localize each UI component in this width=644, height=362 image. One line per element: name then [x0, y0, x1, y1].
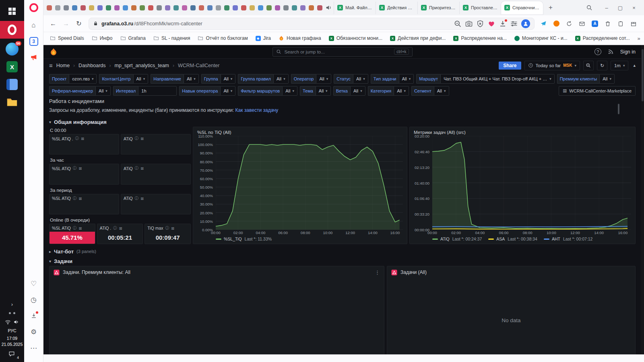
row-chatbot[interactable]: ▸ Чат-бот (3 panels) — [49, 247, 636, 256]
sidebar-home-button[interactable]: ⌂ — [27, 19, 40, 31]
variable-filter[interactable]: Проектozon.пвз▾ — [49, 74, 97, 84]
grafana-logo-icon[interactable] — [49, 47, 58, 56]
excel-taskbar-button[interactable]: X — [2, 59, 22, 75]
pinned-tab[interactable] — [239, 2, 248, 14]
stat-panel[interactable]: %SL ATiQ .ⓘ⊠ — [49, 134, 119, 154]
pinned-tab[interactable] — [172, 2, 180, 14]
stat-panel[interactable]: TiQ maxⓘ⊠00:09:47 — [144, 224, 191, 244]
sidebar-more-button[interactable]: ⋯ — [27, 342, 40, 354]
variable-value[interactable]: All▾ — [316, 86, 331, 96]
back-button[interactable]: ← — [47, 18, 59, 29]
bookmarks-overflow-button[interactable]: » — [638, 35, 640, 41]
variable-filter[interactable]: Тип задачиAll▾ — [371, 74, 414, 84]
address-bar[interactable]: grafana.o3.ru/d/l8FhcomMk/wcrm-callcente… — [89, 18, 535, 30]
chart-plot[interactable]: 00:0002:0004:0006:0008:0010:0012:0014:00… — [432, 136, 631, 230]
row-tasks[interactable]: ▾ Задачи — [49, 256, 636, 266]
panel-title[interactable]: %SL по TiQ (All) — [195, 129, 403, 136]
telegram-extension-icon[interactable] — [539, 19, 548, 29]
variable-filter[interactable]: Навык оператораAll▾ — [179, 86, 235, 96]
variable-value[interactable]: All▾ — [221, 74, 236, 84]
variable-value[interactable]: All▾ — [399, 74, 414, 84]
pinned-tab[interactable] — [189, 2, 197, 14]
bookmark-item[interactable]: ◆Jira — [256, 35, 271, 41]
news-rss-icon[interactable] — [608, 49, 614, 55]
pinned-tab[interactable] — [223, 2, 231, 14]
tray-expand-button[interactable]: › — [4, 300, 20, 309]
browser-tab[interactable]: XДействия по ... — [376, 2, 417, 14]
sidebar-history-button[interactable]: ◷ — [27, 294, 40, 306]
pinned-tab[interactable] — [121, 2, 130, 14]
variable-value[interactable]: ozon.пвз▾ — [69, 74, 97, 84]
pinned-tab[interactable] — [79, 2, 87, 14]
stat-panel[interactable]: ATiQⓘ⊠ — [121, 164, 191, 184]
row-general-info[interactable]: ▾ Общая информация — [49, 117, 636, 127]
variable-filter[interactable]: Реферал-менеджерAll▾ — [49, 86, 111, 96]
sidebar-settings-button[interactable]: ⚙ — [27, 326, 40, 338]
legend-item[interactable]: ATiQLast *: 00:24:37 — [432, 237, 482, 241]
pinned-tab[interactable] — [54, 2, 62, 14]
pinned-tab[interactable] — [214, 2, 223, 14]
variable-value[interactable]: All▾ — [220, 86, 235, 96]
bookmark-heart-icon[interactable] — [487, 20, 495, 28]
sidebar-promo-button[interactable] — [27, 51, 40, 64]
pinned-tab[interactable] — [130, 2, 138, 14]
network-volume-tray[interactable] — [4, 318, 20, 327]
pinned-tab[interactable] — [163, 2, 172, 14]
panel-title[interactable]: Метрики задач (All) (src) — [411, 129, 631, 136]
close-button[interactable]: × — [627, 2, 641, 14]
pinned-tab[interactable] — [155, 2, 163, 14]
browser-tab[interactable]: XПриоритеза... — [417, 2, 459, 14]
bookmark-item[interactable]: XРаспределение сот... — [575, 35, 630, 41]
stat-panel[interactable]: %SL ATiQⓘ⊠ — [49, 194, 119, 214]
chart-canvas[interactable] — [432, 136, 631, 230]
stat-panel[interactable]: %SL ATiQⓘ⊠45.71% — [49, 224, 95, 244]
zoom-out-button[interactable] — [583, 61, 594, 70]
notes-extension-icon[interactable] — [616, 19, 625, 29]
legend-item[interactable]: %SL_TiQLast *: 11.33% — [216, 237, 272, 241]
panel-menu-icon[interactable]: ⋮ — [375, 269, 380, 276]
variable-value[interactable]: All▾ — [282, 86, 297, 96]
site-settings-icon[interactable] — [510, 20, 518, 28]
bookmark-item[interactable]: Новая графана — [279, 35, 321, 41]
variable-value[interactable]: All▾ — [434, 86, 449, 96]
chart-plot[interactable]: 00:0002:0004:0006:0008:0010:0012:0014:00… — [216, 136, 403, 230]
bookmark-item[interactable]: Grafana — [120, 35, 146, 41]
share-button[interactable]: Share — [499, 62, 521, 70]
breadcrumb-item[interactable]: Dashboards — [78, 63, 105, 68]
language-indicator[interactable]: РУС — [8, 328, 16, 333]
bookmark-item[interactable]: Speed Dials — [50, 35, 84, 41]
variable-filter[interactable]: НаправлениеAll▾ — [151, 74, 198, 84]
tray-hidden-icons[interactable] — [4, 309, 20, 318]
bookmark-item[interactable]: XОбязанности мони... — [329, 35, 382, 41]
sync-extension-icon[interactable] — [564, 19, 574, 29]
panel-header[interactable]: Задачи (All) — [387, 266, 635, 278]
start-button[interactable] — [2, 3, 22, 19]
pinned-tab[interactable] — [299, 2, 307, 14]
explorer-taskbar-button[interactable] — [2, 94, 22, 110]
bookmark-item[interactable]: XДействия при дефи... — [390, 35, 446, 41]
browser-tab[interactable]: XСправочник ... — [501, 1, 543, 14]
pinned-tab[interactable] — [307, 2, 316, 14]
tab-search-icon[interactable] — [586, 4, 592, 11]
collapse-toolbar-icon[interactable]: ▴ — [633, 63, 636, 68]
pinned-tab[interactable] — [265, 2, 273, 14]
page-scrollbar[interactable] — [641, 45, 644, 354]
pinned-tab[interactable] — [180, 2, 189, 14]
marketplace-link-button[interactable]: ⊞ WCRM-CallCenter-Marketplace — [559, 86, 636, 96]
variable-filter[interactable]: КатегорияAll▾ — [368, 86, 409, 96]
pinned-tab[interactable] — [62, 2, 70, 14]
minimize-button[interactable]: – — [600, 2, 613, 14]
variable-filter[interactable]: ГруппаAll▾ — [201, 74, 236, 84]
variable-filter[interactable]: ВеткаAll▾ — [333, 86, 365, 96]
variable-filter[interactable]: ОператорAll▾ — [291, 74, 332, 84]
bookmark-item[interactable]: XРаспределение на... — [453, 35, 506, 41]
sign-in-button[interactable]: Sign in — [620, 49, 636, 55]
breadcrumb-item[interactable]: mp_sprt_analytics_team — [115, 63, 169, 68]
variable-filter[interactable]: Фильтр маршрутовAll▾ — [238, 86, 297, 96]
pinned-tab[interactable] — [138, 2, 147, 14]
orange-extension-icon[interactable] — [551, 19, 561, 29]
stat-panel[interactable]: %SL ATiQⓘ⊠ — [49, 164, 119, 184]
snapshot-icon[interactable] — [465, 20, 473, 28]
pinned-tab[interactable] — [104, 2, 113, 14]
maximize-button[interactable]: ▢ — [613, 2, 627, 14]
